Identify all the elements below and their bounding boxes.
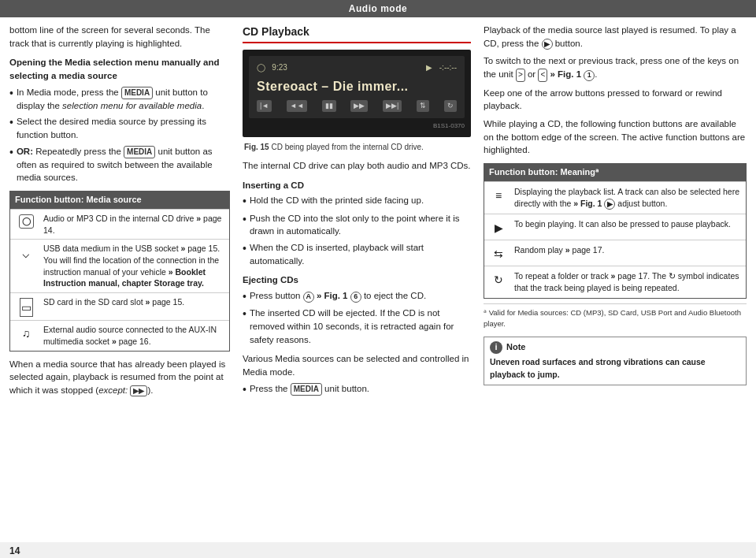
body-text: The internal CD drive can play both audi… — [243, 159, 471, 173]
insert-text-3: When the CD is inserted, playback will s… — [250, 241, 471, 267]
play-btn[interactable]: ▶ — [542, 39, 553, 50]
image-code: B1S1-0370 — [249, 121, 465, 131]
cd-image-box: ◯ 9:23 ▶ -:--:-- Stereoact – Die immer..… — [243, 50, 471, 136]
table-row-aux: ♫ External audio source connected to the… — [10, 320, 229, 350]
insert-text-2: Push the CD into the slot only to the po… — [250, 212, 471, 238]
media-source-table: Function button: Media source ◯ Audio or… — [9, 191, 230, 352]
bullet-text-1: In Media mode, press the MEDIA unit butt… — [17, 86, 230, 113]
bullet-dot-2: • — [9, 115, 13, 141]
meaning-icon-3: ⇆ — [489, 244, 508, 262]
note-title: Note — [506, 341, 525, 354]
left-column: bottom line of the screen for several se… — [9, 24, 230, 536]
media-button-3[interactable]: MEDIA — [291, 383, 322, 396]
content-area: bottom line of the screen for several se… — [0, 17, 756, 542]
cd-btn-3[interactable]: ▮▮ — [322, 100, 336, 112]
eject-bullet-1: • Press button A » Fig. 1 6 to eject the… — [243, 289, 471, 303]
press-bullet: • Press the MEDIA unit button. — [243, 382, 471, 396]
meaning-table-header: Function button: Meaningᵃ — [484, 164, 746, 181]
meaning-text-3: Random play » page 17. — [514, 244, 741, 256]
cd-btn-5[interactable]: ▶▶| — [383, 100, 402, 112]
cd-main-text: Stereoact – Die immer... — [257, 77, 457, 95]
sd-icon-cell: ▭ — [15, 296, 37, 317]
insert-bullet-2: • Push the CD into the slot only to the … — [243, 212, 471, 238]
right-column: Playback of the media source last played… — [484, 24, 747, 536]
eject-text-1: Press button A » Fig. 1 6 to eject the C… — [250, 289, 426, 303]
meaning-row-4: ↻ To repeat a folder or track » page 17.… — [484, 266, 746, 297]
table-header: Function button: Media source — [10, 192, 229, 209]
aux-icon-cell: ♫ — [15, 324, 37, 341]
footnote: ᵃ Valid for Media sources: CD (MP3), SD … — [484, 303, 747, 329]
right-intro-3: Keep one of the arrow buttons pressed to… — [484, 87, 747, 113]
press-text: Press the MEDIA unit button. — [250, 382, 369, 396]
intro-text: bottom line of the screen for several se… — [9, 24, 230, 50]
adj-btn[interactable]: ▶ — [604, 199, 615, 210]
meaning-icon-2: ▶ — [489, 218, 508, 236]
meaning-text-2: To begin playing. It can also be pressed… — [514, 218, 741, 230]
bullet-2: • Select the desired media source by pre… — [9, 115, 230, 141]
right-intro-1: Playback of the media source last played… — [484, 24, 747, 50]
cd-btn-4[interactable]: ▶▶ — [350, 100, 368, 112]
fig-1-btn: 1 — [584, 70, 595, 81]
cd-btn-1[interactable]: |◄ — [257, 100, 272, 112]
cd-section-title: CD Playback — [243, 24, 471, 43]
eject-bullet-2: • The inserted CD will be ejected. If th… — [243, 307, 471, 346]
cd-indicator: ◯ 9:23 — [257, 62, 287, 74]
cd-btn-7[interactable]: ↻ — [444, 100, 457, 112]
usb-icon-cell: ⌵ — [15, 243, 37, 262]
table-row-sd: ▭ SD card in the SD card slot » page 15. — [10, 292, 229, 320]
cd-btn-6[interactable]: ⇅ — [417, 100, 429, 112]
various-text: Various Media sources can be selected an… — [243, 352, 471, 378]
meaning-icon-1: ≡ — [489, 186, 508, 203]
bullet-text-2: Select the desired media source by press… — [17, 115, 230, 141]
cd-icon-cell: ◯ — [15, 213, 37, 229]
usb-icon: ⌵ — [22, 244, 30, 262]
right-intro-4: While playing a CD, the following functi… — [484, 117, 747, 157]
cd-top-row: ◯ 9:23 ▶ -:--:-- — [257, 62, 457, 74]
middle-column: CD Playback ◯ 9:23 ▶ -:--:-- Stereoact –… — [243, 24, 471, 536]
bullet-1: • In Media mode, press the MEDIA unit bu… — [9, 86, 230, 113]
section-title: Opening the Media selection menu manuall… — [9, 56, 230, 82]
cd-bottom-row: |◄ ◄◄ ▮▮ ▶▶ ▶▶| ⇅ ↻ — [257, 100, 457, 112]
aux-text: External audio source connected to the A… — [43, 324, 224, 347]
note-icon: i — [490, 341, 502, 354]
aux-icon: ♫ — [22, 326, 31, 341]
inserting-title: Inserting a CD — [243, 179, 471, 192]
insert-bullet-1: • Hold the CD with the printed side faci… — [243, 194, 471, 208]
cd-display: ◯ 9:23 ▶ -:--:-- Stereoact – Die immer..… — [249, 56, 465, 118]
table-row-usb: ⌵ USB data medium in the USB socket » pa… — [10, 239, 229, 292]
fig-caption-text: CD being played from the internal CD dri… — [271, 143, 423, 151]
except-icon: ▶▶ — [130, 385, 147, 396]
right-intro-2: To switch to the next or previous track,… — [484, 54, 747, 81]
note-text: Uneven road surfaces and strong vibratio… — [490, 356, 740, 380]
meaning-row-3: ⇆ Random play » page 17. — [484, 240, 746, 266]
eject-btn-6[interactable]: 6 — [350, 292, 361, 303]
media-button-1[interactable]: MEDIA — [121, 87, 153, 99]
page-number: 14 — [0, 542, 756, 558]
meaning-row-1: ≡ Displaying the playback list. A track … — [484, 181, 746, 214]
eject-text-2: The inserted CD will be ejected. If the … — [250, 307, 471, 346]
top-bar-title: Audio mode — [349, 3, 407, 14]
usb-text: USB data medium in the USB socket » page… — [43, 243, 224, 289]
cd-text: Audio or MP3 CD in the internal CD drive… — [43, 213, 224, 236]
ejecting-title: Ejecting CDs — [243, 273, 471, 287]
insert-bullet-3: • When the CD is inserted, playback will… — [243, 241, 471, 267]
cd-btn-2[interactable]: ◄◄ — [287, 100, 307, 112]
meaning-table: Function button: Meaningᵃ ≡ Displaying t… — [484, 163, 747, 299]
eject-btn-a[interactable]: A — [303, 292, 314, 303]
meaning-icon-4: ↻ — [489, 270, 508, 288]
media-button-2[interactable]: MEDIA — [124, 146, 155, 158]
footer-text: When a media source that has already bee… — [9, 358, 230, 397]
bullet-dot-3: • — [9, 145, 13, 184]
bullet-3: • OR: Repeatedly press the MEDIA unit bu… — [9, 145, 230, 184]
page-container: Audio mode bottom line of the screen for… — [0, 0, 756, 558]
prev-btn[interactable]: < — [538, 69, 547, 82]
fig-caption: Fig. 15 CD being played from the interna… — [243, 142, 471, 154]
next-btn[interactable]: > — [516, 69, 525, 82]
sd-text: SD card in the SD card slot » page 15. — [43, 296, 224, 308]
meaning-text-1: Displaying the playback list. A track ca… — [514, 186, 741, 210]
cd-right-icons: ▶ -:--:-- — [426, 62, 457, 74]
bullet-text-3: OR: Repeatedly press the MEDIA unit butt… — [17, 145, 230, 184]
note-header: i Note — [490, 341, 740, 354]
meaning-text-4: To repeat a folder or track » page 17. T… — [514, 270, 741, 293]
note-box: i Note Uneven road surfaces and strong v… — [484, 337, 747, 385]
